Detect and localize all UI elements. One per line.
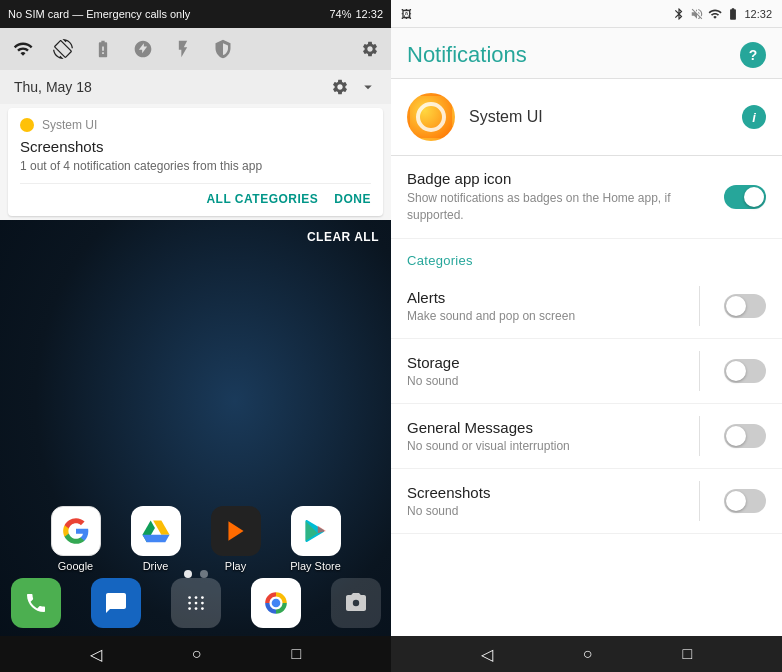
time-right: 12:32	[744, 8, 772, 20]
general-toggle[interactable]	[724, 424, 766, 448]
category-general-desc: No sound or visual interruption	[407, 439, 699, 453]
home-screen: CLEAR ALL Google Drive	[0, 220, 391, 672]
screenshots-toggle[interactable]	[724, 489, 766, 513]
category-storage-title: Storage	[407, 354, 699, 371]
app-google[interactable]: Google	[46, 506, 106, 572]
app-grid: Google Drive Play	[0, 506, 391, 572]
back-button-right[interactable]: ◁	[481, 645, 493, 664]
notif-app-name: System UI	[42, 118, 97, 132]
recents-button-left[interactable]: □	[291, 645, 301, 663]
svg-point-1	[188, 602, 191, 605]
nav-bar-left: ◁ ○ □	[0, 636, 391, 672]
system-ui-app-icon	[407, 93, 455, 141]
play-icon	[211, 506, 261, 556]
category-screenshots-title: Screenshots	[407, 484, 699, 501]
date-row: Thu, May 18	[0, 70, 391, 104]
divider-1	[699, 286, 700, 326]
dock-camera[interactable]	[326, 578, 386, 628]
google-icon	[51, 506, 101, 556]
notif-title: Screenshots	[20, 138, 371, 155]
svg-marker-0	[228, 521, 243, 541]
chevron-down-icon[interactable]	[359, 78, 377, 96]
wifi-right-icon	[726, 7, 740, 21]
status-bar-right: 🖼 12:32	[391, 0, 782, 28]
categories-header: Categories	[391, 239, 782, 274]
svg-point-9	[201, 607, 204, 610]
notif-actions: ALL CATEGORIES DONE	[20, 183, 371, 206]
badge-setting-title: Badge app icon	[407, 170, 712, 187]
playstore-icon	[291, 506, 341, 556]
dock-apps[interactable]	[166, 578, 226, 628]
time-left: 12:32	[355, 8, 383, 20]
category-alerts-info: Alerts Make sound and pop on screen	[407, 289, 699, 323]
svg-point-5	[194, 596, 197, 599]
notif-header: System UI	[20, 118, 371, 132]
category-screenshots-row: Screenshots No sound	[391, 469, 782, 534]
home-button-left[interactable]: ○	[192, 645, 202, 663]
flashlight-icon[interactable]	[172, 38, 194, 60]
category-general-info: General Messages No sound or visual inte…	[407, 419, 699, 453]
bluetooth-icon	[672, 7, 686, 21]
category-alerts-desc: Make sound and pop on screen	[407, 309, 699, 323]
back-button-left[interactable]: ◁	[90, 645, 102, 664]
settings-section: Badge app icon Show notifications as bad…	[391, 156, 782, 636]
notif-app-icon	[20, 118, 34, 132]
quick-icons	[12, 38, 234, 60]
app-info-row: System UI i	[391, 79, 782, 156]
wifi-icon[interactable]	[12, 38, 34, 60]
page-title: Notifications	[407, 42, 527, 68]
help-button[interactable]: ?	[740, 42, 766, 68]
phone-icon	[11, 578, 61, 628]
badge-setting-row: Badge app icon Show notifications as bad…	[391, 156, 782, 239]
app-dock	[0, 570, 391, 636]
app-play[interactable]: Play	[206, 506, 266, 572]
svg-point-6	[201, 596, 204, 599]
battery-saver-icon[interactable]	[92, 38, 114, 60]
badge-setting-desc: Show notifications as badges on the Home…	[407, 190, 712, 224]
clear-all-button[interactable]: CLEAR ALL	[307, 230, 379, 244]
category-general-title: General Messages	[407, 419, 699, 436]
svg-point-2	[194, 602, 197, 605]
app-row-1: Google Drive Play	[46, 506, 346, 572]
settings-icon[interactable]	[331, 78, 349, 96]
dock-chrome[interactable]	[246, 578, 306, 628]
dnd-icon[interactable]	[132, 38, 154, 60]
dock-phone[interactable]	[6, 578, 66, 628]
rotate-icon[interactable]	[52, 38, 74, 60]
svg-point-10	[271, 599, 280, 608]
storage-toggle[interactable]	[724, 359, 766, 383]
system-ui-name: System UI	[469, 108, 742, 126]
done-button[interactable]: DONE	[334, 192, 371, 206]
home-button-right[interactable]: ○	[583, 645, 593, 663]
quick-settings	[0, 28, 391, 70]
svg-point-7	[188, 607, 191, 610]
settings-expand-icons	[361, 40, 379, 58]
vpn-icon[interactable]	[212, 38, 234, 60]
alerts-toggle[interactable]	[724, 294, 766, 318]
app-drive[interactable]: Drive	[126, 506, 186, 572]
status-right-icons: 74% 12:32	[329, 8, 383, 20]
drive-icon	[131, 506, 181, 556]
category-screenshots-info: Screenshots No sound	[407, 484, 699, 518]
badge-toggle[interactable]	[724, 185, 766, 209]
camera-icon	[331, 578, 381, 628]
all-categories-button[interactable]: ALL CATEGORIES	[206, 192, 318, 206]
app-playstore[interactable]: Play Store	[286, 506, 346, 572]
category-storage-row: Storage No sound	[391, 339, 782, 404]
carrier-text: No SIM card — Emergency calls only	[8, 8, 190, 20]
messages-icon	[91, 578, 141, 628]
right-panel: 🖼 12:32 Notifications ? System UI i Badg…	[391, 0, 782, 672]
image-icon: 🖼	[401, 8, 412, 20]
svg-point-8	[194, 607, 197, 610]
sound-off-icon	[690, 7, 704, 21]
nav-bar-right: ◁ ○ □	[391, 636, 782, 672]
app-info-button[interactable]: i	[742, 105, 766, 129]
right-header: Notifications ?	[391, 28, 782, 79]
category-alerts-title: Alerts	[407, 289, 699, 306]
recents-button-right[interactable]: □	[682, 645, 692, 663]
svg-point-4	[188, 596, 191, 599]
dock-messages[interactable]	[86, 578, 146, 628]
category-storage-desc: No sound	[407, 374, 699, 388]
svg-point-3	[201, 602, 204, 605]
category-alerts-row: Alerts Make sound and pop on screen	[391, 274, 782, 339]
